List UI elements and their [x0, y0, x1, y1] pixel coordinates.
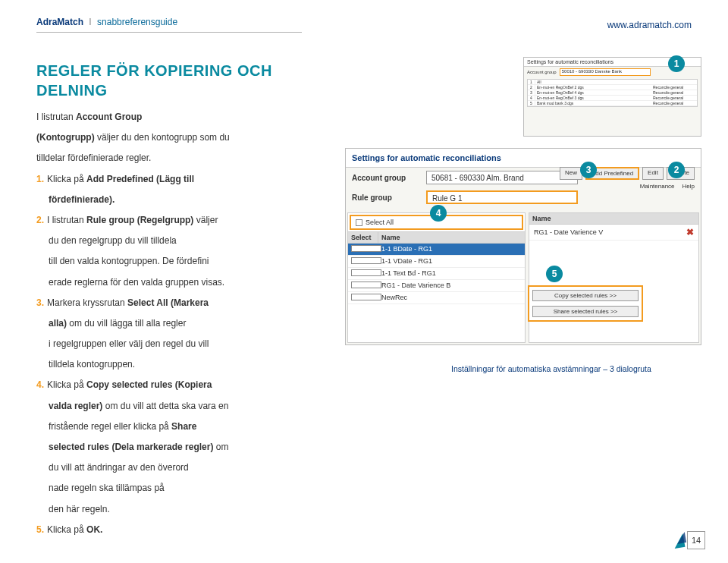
edit-button[interactable]: Edit [642, 167, 664, 180]
mini-acct-value: 50010 - 690330 Danske Bank [560, 68, 651, 76]
mini-row: 3En-mot-en RegOnBef 4 dgsReconcile gener… [528, 90, 697, 96]
new-button[interactable]: New [560, 167, 582, 180]
s5a: Klicka på [47, 524, 86, 535]
s2d: du den regelgrupp du vill tilldela [36, 231, 325, 250]
s5b: OK. [86, 524, 102, 535]
callout-1: 1 [668, 55, 685, 72]
checkbox-icon [356, 219, 362, 226]
callout-3: 3 [580, 162, 597, 178]
s3f: tilldela kontogruppen. [36, 355, 325, 374]
text-content: REGLER FÖR KOPIERING OCH DELNING I listr… [36, 61, 325, 541]
panes: Select All Select Name 1-1 BDate - RG1 1… [346, 211, 701, 344]
big-title: Settings for automatic reconciliations [346, 149, 701, 168]
intro-2: väljer du den kontogrupp som du [97, 132, 230, 143]
s4a: Klicka på [47, 379, 86, 390]
share-selected-button[interactable]: Share selected rules >> [532, 306, 639, 317]
help-link[interactable]: Help [682, 183, 695, 190]
intro-line: I listrutan Account Group [36, 112, 142, 122]
callout-4: 4 [430, 205, 447, 222]
rule-group-row: Rule group Rule G 1 [346, 187, 701, 207]
intro-b: (Kontogrupp) [36, 132, 95, 143]
s4b: Copy selected rules (Kopiera [86, 379, 212, 390]
figure-area: Settings for automatic reconciliations A… [345, 57, 701, 474]
mini-row: 4En-mot-en RegOnBef 3 dgsReconcile gener… [528, 96, 697, 101]
s4i: du vill att ändringar av den överord [36, 458, 325, 477]
s1b: Add Predefined (Lägg till [86, 174, 194, 184]
page-corner: 14 [678, 522, 705, 549]
s4j: nade regeln ska tillämpas på [36, 479, 325, 498]
table-row[interactable]: NewRec [348, 292, 525, 304]
step-3-num: 3. [36, 297, 44, 308]
header-url: www.adramatch.com [607, 20, 692, 30]
callout-2: 2 [668, 162, 685, 178]
header-left: AdraMatch I snabbreferensguide [36, 17, 302, 33]
header-underline [36, 32, 302, 33]
s1a: Klicka på [47, 174, 86, 184]
select-all-label: Select All [366, 219, 394, 226]
left-pane: Select All Select Name 1-1 BDate - RG1 1… [347, 212, 526, 343]
subtitle: snabbreferensguide [97, 17, 177, 27]
brand: AdraMatch [36, 17, 83, 27]
s3e: i regelgruppen eller välj den regel du v… [36, 335, 325, 354]
page-title: REGLER FÖR KOPIERING OCH DELNING [36, 61, 325, 100]
acct-dropdown[interactable]: 50681 - 690330 Alm. Brand [426, 171, 578, 184]
s1c: fördefinierade). [49, 194, 115, 205]
callout-5: 5 [546, 266, 563, 282]
s2f: De fördefini [162, 256, 209, 266]
mini-row: 1All [528, 80, 697, 85]
col-select: Select [348, 232, 378, 243]
s3c: alla) [49, 318, 67, 329]
figure-caption: Inställningar för automatiska avstämning… [451, 364, 651, 373]
s4k: den här regeln. [36, 500, 325, 519]
s4d: om du vill att detta ska vara en [102, 401, 228, 411]
s4h: om [213, 442, 228, 452]
s3b: Select All (Markera [127, 297, 209, 308]
step-2-num: 2. [36, 215, 44, 225]
s2g: erade reglerna för den valda gruppen vis… [36, 273, 325, 292]
s4f: Share [171, 421, 196, 432]
mini-acct-label: Account group [527, 70, 557, 74]
big-screenshot: Settings for automatic reconciliations A… [345, 148, 701, 345]
delete-icon[interactable]: ✖ [686, 227, 694, 237]
table-row[interactable]: RG1 - Date Varience B [348, 280, 525, 292]
step-5-num: 5. [36, 524, 44, 535]
s4c: valda regler) [49, 401, 102, 411]
mini-row: 5Bank mod bank 3 dgsReconcile general [528, 101, 697, 106]
right-row-label: RG1 - Date Varience V [534, 228, 603, 236]
table-row[interactable]: 1-1 BDate - RG1 [348, 244, 525, 256]
rule-dropdown[interactable]: Rule G 1 [426, 190, 578, 204]
separator: I [89, 17, 91, 27]
copy-share-buttons: Copy selected rules >> Share selected ru… [528, 285, 643, 322]
rule-label: Rule group [352, 193, 420, 202]
mini-row: 2En-mot-en RegOnBef 2 dgsReconcile gener… [528, 85, 697, 90]
corner-tri2-icon [676, 532, 686, 544]
copy-selected-button[interactable]: Copy selected rules >> [532, 290, 639, 301]
right-row[interactable]: RG1 - Date Varience V ✖ [529, 225, 698, 241]
page-header: AdraMatch I snabbreferensguide www.adram… [36, 17, 692, 33]
page-number: 14 [687, 531, 705, 549]
step-1-num: 1. [36, 174, 44, 184]
step-4-num: 4. [36, 379, 44, 390]
s4g: selected rules (Dela markerade regler) [49, 442, 213, 452]
maintenance-link[interactable]: Maintenance [640, 183, 675, 190]
s2c: väljer [193, 215, 218, 225]
col-name-right: Name [529, 213, 698, 225]
col-name: Name [378, 232, 525, 243]
table-row[interactable]: 1-1 Text Bd - RG1 [348, 268, 525, 280]
s4e: fristående regel eller klicka på [49, 421, 171, 432]
mini-table: 1All 2En-mot-en RegOnBef 2 dgsReconcile … [527, 79, 698, 107]
s3a: Markera kryssrutan [47, 297, 127, 308]
left-thead: Select Name [348, 231, 525, 244]
s2a: I listrutan [47, 215, 86, 225]
s2e: till den valda kontogruppen. [49, 256, 162, 266]
table-row[interactable]: 1-1 VDate - RG1 [348, 256, 525, 268]
intro-3: tilldelar fördefinierade regler. [36, 149, 325, 168]
acct-label: Account group [352, 174, 420, 182]
s2b: Rule group (Regelgrupp) [86, 215, 193, 225]
s3d: om du vill lägga till alla regler [67, 318, 186, 329]
